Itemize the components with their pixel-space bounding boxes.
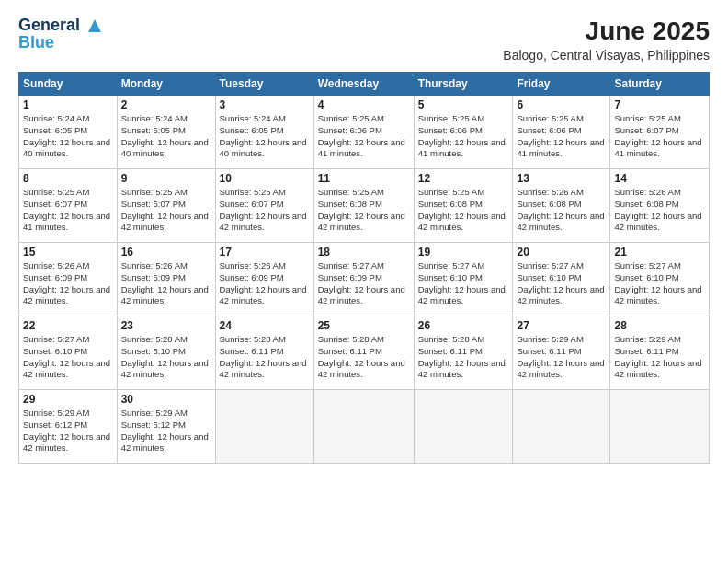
calendar-cell: 23 Sunrise: 5:28 AM Sunset: 6:10 PM Dayl…: [117, 316, 215, 390]
day-info: Sunrise: 5:28 AM Sunset: 6:11 PM Dayligh…: [220, 334, 310, 381]
day-number: 30: [121, 393, 211, 406]
title-block: June 2025 Balogo, Central Visayas, Phili…: [503, 17, 710, 63]
calendar-week-row: 15 Sunrise: 5:26 AM Sunset: 6:09 PM Dayl…: [19, 243, 710, 316]
weekday-header: Saturday: [610, 73, 710, 96]
day-number: 1: [23, 98, 113, 111]
day-number: 10: [220, 172, 310, 185]
weekday-header: Wednesday: [313, 73, 414, 96]
day-number: 27: [517, 319, 606, 332]
calendar-week-row: 8 Sunrise: 5:25 AM Sunset: 6:07 PM Dayli…: [19, 169, 710, 243]
day-info: Sunrise: 5:25 AM Sunset: 6:07 PM Dayligh…: [220, 187, 310, 234]
calendar-cell: 28 Sunrise: 5:29 AM Sunset: 6:11 PM Dayl…: [610, 316, 710, 390]
calendar-cell: [610, 390, 710, 464]
weekday-header: Friday: [513, 73, 610, 96]
calendar-cell: 1 Sunrise: 5:24 AM Sunset: 6:05 PM Dayli…: [19, 96, 118, 169]
day-number: 25: [318, 319, 410, 332]
page: General Blue June 2025 Balogo, Central V…: [0, 0, 728, 563]
day-info: Sunrise: 5:25 AM Sunset: 6:07 PM Dayligh…: [614, 113, 705, 160]
calendar-cell: 4 Sunrise: 5:25 AM Sunset: 6:06 PM Dayli…: [313, 96, 414, 169]
day-number: 12: [418, 172, 509, 185]
day-number: 15: [23, 246, 113, 259]
day-info: Sunrise: 5:29 AM Sunset: 6:11 PM Dayligh…: [517, 334, 606, 381]
day-number: 14: [614, 172, 705, 185]
calendar-cell: 10 Sunrise: 5:25 AM Sunset: 6:07 PM Dayl…: [215, 169, 313, 243]
day-number: 8: [23, 172, 113, 185]
day-info: Sunrise: 5:29 AM Sunset: 6:12 PM Dayligh…: [121, 408, 211, 454]
calendar-cell: 16 Sunrise: 5:26 AM Sunset: 6:09 PM Dayl…: [117, 243, 215, 316]
calendar-cell: 29 Sunrise: 5:29 AM Sunset: 6:12 PM Dayl…: [19, 390, 118, 464]
day-number: 5: [418, 98, 509, 111]
day-info: Sunrise: 5:29 AM Sunset: 6:11 PM Dayligh…: [614, 334, 705, 381]
day-info: Sunrise: 5:26 AM Sunset: 6:09 PM Dayligh…: [220, 260, 310, 307]
calendar-cell: 7 Sunrise: 5:25 AM Sunset: 6:07 PM Dayli…: [610, 96, 710, 169]
calendar-cell: 25 Sunrise: 5:28 AM Sunset: 6:11 PM Dayl…: [313, 316, 414, 390]
calendar-cell: 26 Sunrise: 5:28 AM Sunset: 6:11 PM Dayl…: [414, 316, 513, 390]
day-number: 13: [517, 172, 606, 185]
calendar-cell: 24 Sunrise: 5:28 AM Sunset: 6:11 PM Dayl…: [215, 316, 313, 390]
calendar-cell: 9 Sunrise: 5:25 AM Sunset: 6:07 PM Dayli…: [117, 169, 215, 243]
logo-blue: Blue: [18, 33, 54, 52]
day-number: 3: [220, 98, 310, 111]
day-info: Sunrise: 5:27 AM Sunset: 6:10 PM Dayligh…: [23, 334, 113, 381]
calendar-cell: 6 Sunrise: 5:25 AM Sunset: 6:06 PM Dayli…: [513, 96, 610, 169]
day-number: 2: [121, 98, 211, 111]
weekday-header: Sunday: [19, 73, 118, 96]
calendar-table: SundayMondayTuesdayWednesdayThursdayFrid…: [18, 72, 710, 464]
calendar-cell: 11 Sunrise: 5:25 AM Sunset: 6:08 PM Dayl…: [313, 169, 414, 243]
day-info: Sunrise: 5:25 AM Sunset: 6:06 PM Dayligh…: [517, 113, 606, 160]
calendar-cell: 15 Sunrise: 5:26 AM Sunset: 6:09 PM Dayl…: [19, 243, 118, 316]
day-number: 22: [23, 319, 113, 332]
day-info: Sunrise: 5:27 AM Sunset: 6:10 PM Dayligh…: [614, 260, 705, 307]
calendar-week-row: 29 Sunrise: 5:29 AM Sunset: 6:12 PM Dayl…: [19, 390, 710, 464]
calendar-cell: 30 Sunrise: 5:29 AM Sunset: 6:12 PM Dayl…: [117, 390, 215, 464]
calendar-cell: [313, 390, 414, 464]
calendar-title: June 2025: [503, 17, 710, 46]
day-info: Sunrise: 5:26 AM Sunset: 6:08 PM Dayligh…: [614, 187, 705, 234]
day-info: Sunrise: 5:25 AM Sunset: 6:06 PM Dayligh…: [418, 113, 509, 160]
calendar-cell: [215, 390, 313, 464]
day-info: Sunrise: 5:24 AM Sunset: 6:05 PM Dayligh…: [23, 113, 113, 160]
calendar-cell: [414, 390, 513, 464]
calendar-cell: 17 Sunrise: 5:26 AM Sunset: 6:09 PM Dayl…: [215, 243, 313, 316]
day-info: Sunrise: 5:28 AM Sunset: 6:10 PM Dayligh…: [121, 334, 211, 381]
day-number: 18: [318, 246, 410, 259]
day-info: Sunrise: 5:24 AM Sunset: 6:05 PM Dayligh…: [121, 113, 211, 160]
weekday-header: Thursday: [414, 73, 513, 96]
day-info: Sunrise: 5:27 AM Sunset: 6:09 PM Dayligh…: [318, 260, 410, 307]
day-number: 20: [517, 246, 606, 259]
day-info: Sunrise: 5:28 AM Sunset: 6:11 PM Dayligh…: [318, 334, 410, 381]
calendar-subtitle: Balogo, Central Visayas, Philippines: [503, 48, 710, 63]
calendar-cell: 2 Sunrise: 5:24 AM Sunset: 6:05 PM Dayli…: [117, 96, 215, 169]
day-number: 9: [121, 172, 211, 185]
day-number: 11: [318, 172, 410, 185]
day-info: Sunrise: 5:26 AM Sunset: 6:09 PM Dayligh…: [121, 260, 211, 307]
weekday-header: Monday: [117, 73, 215, 96]
calendar-cell: 8 Sunrise: 5:25 AM Sunset: 6:07 PM Dayli…: [19, 169, 118, 243]
day-number: 29: [23, 393, 113, 406]
day-info: Sunrise: 5:25 AM Sunset: 6:08 PM Dayligh…: [318, 187, 410, 234]
calendar-cell: 20 Sunrise: 5:27 AM Sunset: 6:10 PM Dayl…: [513, 243, 610, 316]
calendar-week-row: 22 Sunrise: 5:27 AM Sunset: 6:10 PM Dayl…: [19, 316, 710, 390]
logo-icon: [86, 17, 103, 34]
calendar-cell: 27 Sunrise: 5:29 AM Sunset: 6:11 PM Dayl…: [513, 316, 610, 390]
day-info: Sunrise: 5:29 AM Sunset: 6:12 PM Dayligh…: [23, 408, 113, 454]
calendar-cell: [513, 390, 610, 464]
svg-marker-0: [88, 19, 101, 32]
calendar-cell: 5 Sunrise: 5:25 AM Sunset: 6:06 PM Dayli…: [414, 96, 513, 169]
header: General Blue June 2025 Balogo, Central V…: [18, 17, 710, 63]
calendar-cell: 22 Sunrise: 5:27 AM Sunset: 6:10 PM Dayl…: [19, 316, 118, 390]
day-number: 28: [614, 319, 705, 332]
calendar-week-row: 1 Sunrise: 5:24 AM Sunset: 6:05 PM Dayli…: [19, 96, 710, 169]
calendar-header-row: SundayMondayTuesdayWednesdayThursdayFrid…: [19, 73, 710, 96]
day-number: 19: [418, 246, 509, 259]
calendar-cell: 13 Sunrise: 5:26 AM Sunset: 6:08 PM Dayl…: [513, 169, 610, 243]
day-info: Sunrise: 5:26 AM Sunset: 6:09 PM Dayligh…: [23, 260, 113, 307]
weekday-header: Tuesday: [215, 73, 313, 96]
day-info: Sunrise: 5:24 AM Sunset: 6:05 PM Dayligh…: [220, 113, 310, 160]
calendar-cell: 21 Sunrise: 5:27 AM Sunset: 6:10 PM Dayl…: [610, 243, 710, 316]
day-number: 16: [121, 246, 211, 259]
day-number: 17: [220, 246, 310, 259]
day-number: 21: [614, 246, 705, 259]
day-info: Sunrise: 5:25 AM Sunset: 6:06 PM Dayligh…: [318, 113, 410, 160]
calendar-cell: 12 Sunrise: 5:25 AM Sunset: 6:08 PM Dayl…: [414, 169, 513, 243]
